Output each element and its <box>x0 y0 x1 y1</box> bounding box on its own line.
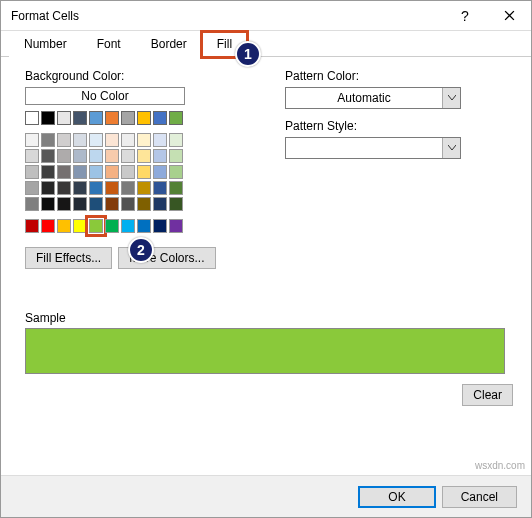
color-swatch[interactable] <box>73 149 87 163</box>
color-swatch[interactable] <box>25 219 39 233</box>
color-swatch[interactable] <box>137 165 151 179</box>
color-swatch[interactable] <box>57 133 71 147</box>
color-swatch[interactable] <box>89 149 103 163</box>
color-swatch[interactable] <box>41 197 55 211</box>
color-swatch[interactable] <box>169 111 183 125</box>
color-swatch[interactable] <box>121 165 135 179</box>
color-swatch[interactable] <box>105 111 119 125</box>
badge-1: 1 <box>235 41 261 67</box>
color-swatch[interactable] <box>121 181 135 195</box>
color-swatch[interactable] <box>25 133 39 147</box>
color-swatch[interactable] <box>89 197 103 211</box>
format-cells-dialog: Format Cells ? Number Font Border Fill 1… <box>0 0 532 518</box>
tabs: Number Font Border Fill 1 <box>1 31 531 57</box>
color-swatch[interactable] <box>121 111 135 125</box>
sample-preview <box>25 328 505 374</box>
color-swatch[interactable] <box>105 149 119 163</box>
pattern-color-dropdown[interactable]: Automatic <box>285 87 461 109</box>
color-swatch[interactable] <box>137 219 151 233</box>
help-button[interactable]: ? <box>443 1 487 31</box>
color-swatch[interactable] <box>73 133 87 147</box>
color-swatch[interactable] <box>137 181 151 195</box>
color-swatch[interactable] <box>153 165 167 179</box>
color-swatch[interactable] <box>153 197 167 211</box>
dialog-footer: OK Cancel <box>1 475 531 517</box>
color-swatch[interactable] <box>169 181 183 195</box>
color-swatch[interactable] <box>41 133 55 147</box>
color-swatch[interactable] <box>57 165 71 179</box>
tab-number[interactable]: Number <box>9 32 82 57</box>
fill-effects-button[interactable]: Fill Effects... <box>25 247 112 269</box>
chevron-down-icon <box>442 138 460 158</box>
color-swatch[interactable] <box>89 133 103 147</box>
titlebar: Format Cells ? <box>1 1 531 31</box>
pattern-style-dropdown[interactable] <box>285 137 461 159</box>
color-swatch[interactable] <box>105 165 119 179</box>
color-swatch[interactable] <box>57 219 71 233</box>
tab-font[interactable]: Font <box>82 32 136 57</box>
color-swatch[interactable] <box>105 219 119 233</box>
color-swatch[interactable] <box>89 219 103 233</box>
color-swatch[interactable] <box>89 181 103 195</box>
color-swatch[interactable] <box>41 165 55 179</box>
color-swatch[interactable] <box>41 149 55 163</box>
color-swatch[interactable] <box>153 133 167 147</box>
color-swatch[interactable] <box>169 165 183 179</box>
color-swatch[interactable] <box>121 149 135 163</box>
color-swatch[interactable] <box>25 197 39 211</box>
close-button[interactable] <box>487 1 531 31</box>
clear-button[interactable]: Clear <box>462 384 513 406</box>
background-color-section: Background Color: No Color 2 Fill Effect… <box>25 69 255 269</box>
color-palette <box>25 111 255 233</box>
color-swatch[interactable] <box>169 197 183 211</box>
color-swatch[interactable] <box>73 165 87 179</box>
cancel-button[interactable]: Cancel <box>442 486 517 508</box>
dialog-title: Format Cells <box>11 9 443 23</box>
color-swatch[interactable] <box>89 165 103 179</box>
color-swatch[interactable] <box>121 219 135 233</box>
pattern-section: Pattern Color: Automatic Pattern Style: <box>285 69 513 269</box>
sample-label: Sample <box>25 311 513 325</box>
color-swatch[interactable] <box>121 197 135 211</box>
color-swatch[interactable] <box>41 181 55 195</box>
color-swatch[interactable] <box>73 197 87 211</box>
color-swatch[interactable] <box>57 149 71 163</box>
color-swatch[interactable] <box>57 197 71 211</box>
color-swatch[interactable] <box>89 111 103 125</box>
color-swatch[interactable] <box>25 111 39 125</box>
color-swatch[interactable] <box>169 219 183 233</box>
color-swatch[interactable] <box>105 197 119 211</box>
color-swatch[interactable] <box>25 165 39 179</box>
color-swatch[interactable] <box>41 219 55 233</box>
color-swatch[interactable] <box>153 181 167 195</box>
color-swatch[interactable] <box>57 181 71 195</box>
color-swatch[interactable] <box>137 149 151 163</box>
color-swatch[interactable] <box>137 133 151 147</box>
ok-button[interactable]: OK <box>358 486 435 508</box>
color-swatch[interactable] <box>105 181 119 195</box>
color-swatch[interactable] <box>57 111 71 125</box>
color-swatch[interactable] <box>153 149 167 163</box>
pattern-style-label: Pattern Style: <box>285 119 513 133</box>
sample-section: Sample <box>1 305 531 374</box>
color-swatch[interactable] <box>73 181 87 195</box>
color-swatch[interactable] <box>105 133 119 147</box>
color-swatch[interactable] <box>121 133 135 147</box>
color-swatch[interactable] <box>169 149 183 163</box>
color-swatch[interactable] <box>25 149 39 163</box>
color-swatch[interactable] <box>153 111 167 125</box>
fill-panel: Background Color: No Color 2 Fill Effect… <box>1 57 531 269</box>
color-swatch[interactable] <box>169 133 183 147</box>
color-swatch[interactable] <box>73 219 87 233</box>
no-color-button[interactable]: No Color <box>25 87 185 105</box>
color-swatch[interactable] <box>153 219 167 233</box>
badge-2: 2 <box>128 237 154 263</box>
close-icon <box>504 10 515 21</box>
watermark: wsxdn.com <box>475 460 525 471</box>
color-swatch[interactable] <box>25 181 39 195</box>
color-swatch[interactable] <box>73 111 87 125</box>
tab-border[interactable]: Border <box>136 32 202 57</box>
color-swatch[interactable] <box>137 111 151 125</box>
color-swatch[interactable] <box>41 111 55 125</box>
color-swatch[interactable] <box>137 197 151 211</box>
